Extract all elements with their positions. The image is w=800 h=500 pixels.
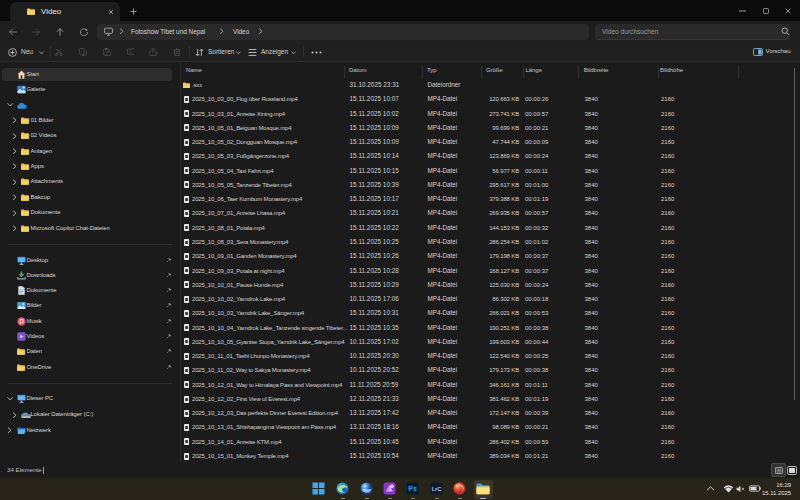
- svg-text:Ps: Ps: [408, 485, 417, 492]
- svg-text:LrC: LrC: [432, 486, 442, 492]
